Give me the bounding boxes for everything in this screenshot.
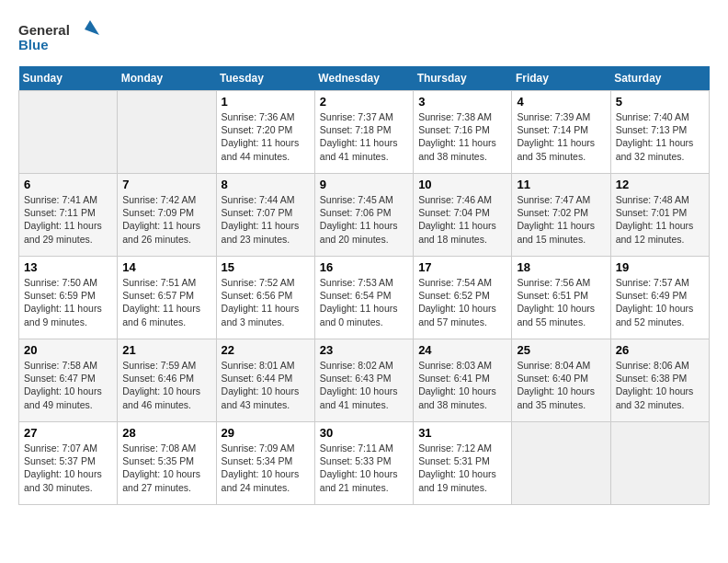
day-info: Sunrise: 7:08 AM Sunset: 5:35 PM Dayligh… [122, 442, 210, 494]
day-info: Sunrise: 8:01 AM Sunset: 6:44 PM Dayligh… [222, 359, 310, 411]
calendar-week-row: 1Sunrise: 7:36 AM Sunset: 7:20 PM Daylig… [19, 91, 710, 174]
day-info: Sunrise: 7:12 AM Sunset: 5:31 PM Dayligh… [418, 442, 506, 494]
day-number: 20 [24, 343, 112, 357]
calendar-cell: 27Sunrise: 7:07 AM Sunset: 5:37 PM Dayli… [19, 422, 118, 505]
calendar-cell: 12Sunrise: 7:48 AM Sunset: 7:01 PM Dayli… [610, 174, 709, 257]
calendar-cell: 13Sunrise: 7:50 AM Sunset: 6:59 PM Dayli… [19, 257, 118, 339]
calendar-cell: 30Sunrise: 7:11 AM Sunset: 5:33 PM Dayli… [314, 422, 413, 505]
weekday-header: Tuesday [216, 66, 314, 91]
calendar-cell: 15Sunrise: 7:52 AM Sunset: 6:56 PM Dayli… [216, 257, 314, 339]
day-info: Sunrise: 7:54 AM Sunset: 6:52 PM Dayligh… [418, 276, 506, 328]
weekday-header: Thursday [414, 66, 512, 91]
day-info: Sunrise: 7:45 AM Sunset: 7:06 PM Dayligh… [320, 193, 408, 246]
calendar-cell: 18Sunrise: 7:56 AM Sunset: 6:51 PM Dayli… [512, 257, 610, 339]
day-info: Sunrise: 7:44 AM Sunset: 7:07 PM Dayligh… [222, 193, 310, 246]
day-number: 23 [320, 343, 408, 357]
day-info: Sunrise: 7:11 AM Sunset: 5:33 PM Dayligh… [320, 442, 408, 494]
svg-text:Blue: Blue [18, 37, 49, 52]
day-number: 10 [418, 178, 506, 191]
calendar-header-row: SundayMondayTuesdayWednesdayThursdayFrid… [19, 66, 710, 91]
calendar-cell: 19Sunrise: 7:57 AM Sunset: 6:49 PM Dayli… [610, 257, 709, 339]
day-info: Sunrise: 8:03 AM Sunset: 6:41 PM Dayligh… [418, 359, 506, 411]
day-info: Sunrise: 7:37 AM Sunset: 7:18 PM Dayligh… [320, 110, 408, 163]
calendar-cell: 6Sunrise: 7:41 AM Sunset: 7:11 PM Daylig… [19, 174, 118, 257]
day-number: 14 [122, 260, 210, 274]
day-number: 17 [418, 260, 506, 274]
calendar-cell: 29Sunrise: 7:09 AM Sunset: 5:34 PM Dayli… [216, 422, 314, 505]
day-info: Sunrise: 7:51 AM Sunset: 6:57 PM Dayligh… [122, 276, 210, 328]
weekday-header: Saturday [610, 66, 709, 91]
logo-svg: General Blue [18, 18, 101, 57]
day-number: 30 [320, 426, 408, 440]
day-info: Sunrise: 7:57 AM Sunset: 6:49 PM Dayligh… [616, 276, 704, 328]
logo: General Blue [18, 18, 101, 57]
day-number: 8 [222, 178, 310, 191]
calendar-cell: 16Sunrise: 7:53 AM Sunset: 6:54 PM Dayli… [314, 257, 413, 339]
day-info: Sunrise: 8:02 AM Sunset: 6:43 PM Dayligh… [320, 359, 408, 411]
day-number: 15 [222, 260, 310, 274]
day-info: Sunrise: 7:39 AM Sunset: 7:14 PM Dayligh… [517, 110, 605, 163]
calendar-cell: 28Sunrise: 7:08 AM Sunset: 5:35 PM Dayli… [118, 422, 216, 505]
calendar-week-row: 6Sunrise: 7:41 AM Sunset: 7:11 PM Daylig… [19, 174, 710, 257]
calendar-cell: 8Sunrise: 7:44 AM Sunset: 7:07 PM Daylig… [216, 174, 314, 257]
day-number: 7 [122, 178, 210, 191]
day-number: 21 [122, 343, 210, 357]
day-number: 27 [24, 426, 112, 440]
calendar-cell: 31Sunrise: 7:12 AM Sunset: 5:31 PM Dayli… [414, 422, 512, 505]
calendar-cell: 11Sunrise: 7:47 AM Sunset: 7:02 PM Dayli… [512, 174, 610, 257]
day-number: 28 [122, 426, 210, 440]
calendar-cell: 2Sunrise: 7:37 AM Sunset: 7:18 PM Daylig… [314, 91, 413, 174]
day-info: Sunrise: 7:50 AM Sunset: 6:59 PM Dayligh… [24, 276, 112, 328]
calendar-cell: 20Sunrise: 7:58 AM Sunset: 6:47 PM Dayli… [19, 339, 118, 422]
calendar-table: SundayMondayTuesdayWednesdayThursdayFrid… [18, 66, 710, 505]
day-info: Sunrise: 7:56 AM Sunset: 6:51 PM Dayligh… [517, 276, 605, 328]
calendar-cell: 26Sunrise: 8:06 AM Sunset: 6:38 PM Dayli… [610, 339, 709, 422]
page-header: General Blue [18, 18, 710, 57]
calendar-cell: 3Sunrise: 7:38 AM Sunset: 7:16 PM Daylig… [414, 91, 512, 174]
weekday-header: Sunday [19, 66, 118, 91]
day-number: 19 [616, 260, 704, 274]
day-number: 3 [418, 95, 506, 109]
day-info: Sunrise: 7:42 AM Sunset: 7:09 PM Dayligh… [122, 193, 210, 246]
day-info: Sunrise: 7:07 AM Sunset: 5:37 PM Dayligh… [24, 442, 112, 494]
day-number: 11 [517, 178, 605, 191]
day-number: 4 [517, 95, 605, 109]
day-info: Sunrise: 7:09 AM Sunset: 5:34 PM Dayligh… [222, 442, 310, 494]
calendar-cell: 4Sunrise: 7:39 AM Sunset: 7:14 PM Daylig… [512, 91, 610, 174]
day-number: 22 [222, 343, 310, 357]
calendar-cell: 25Sunrise: 8:04 AM Sunset: 6:40 PM Dayli… [512, 339, 610, 422]
calendar-cell [512, 422, 610, 505]
calendar-week-row: 27Sunrise: 7:07 AM Sunset: 5:37 PM Dayli… [19, 422, 710, 505]
calendar-week-row: 20Sunrise: 7:58 AM Sunset: 6:47 PM Dayli… [19, 339, 710, 422]
calendar-week-row: 13Sunrise: 7:50 AM Sunset: 6:59 PM Dayli… [19, 257, 710, 339]
day-info: Sunrise: 8:06 AM Sunset: 6:38 PM Dayligh… [616, 359, 704, 411]
day-number: 12 [616, 178, 704, 191]
weekday-header: Monday [118, 66, 216, 91]
calendar-cell: 24Sunrise: 8:03 AM Sunset: 6:41 PM Dayli… [414, 339, 512, 422]
calendar-cell: 10Sunrise: 7:46 AM Sunset: 7:04 PM Dayli… [414, 174, 512, 257]
day-number: 9 [320, 178, 408, 191]
day-number: 1 [222, 95, 310, 109]
day-info: Sunrise: 7:41 AM Sunset: 7:11 PM Dayligh… [24, 193, 112, 246]
day-number: 24 [418, 343, 506, 357]
calendar-cell: 17Sunrise: 7:54 AM Sunset: 6:52 PM Dayli… [414, 257, 512, 339]
day-number: 5 [616, 95, 704, 109]
day-info: Sunrise: 7:38 AM Sunset: 7:16 PM Dayligh… [418, 110, 506, 163]
day-number: 25 [517, 343, 605, 357]
day-number: 29 [222, 426, 310, 440]
day-number: 6 [24, 178, 112, 191]
day-info: Sunrise: 7:59 AM Sunset: 6:46 PM Dayligh… [122, 359, 210, 411]
day-info: Sunrise: 7:58 AM Sunset: 6:47 PM Dayligh… [24, 359, 112, 411]
day-number: 26 [616, 343, 704, 357]
day-info: Sunrise: 7:36 AM Sunset: 7:20 PM Dayligh… [222, 110, 310, 163]
calendar-cell: 14Sunrise: 7:51 AM Sunset: 6:57 PM Dayli… [118, 257, 216, 339]
day-info: Sunrise: 7:52 AM Sunset: 6:56 PM Dayligh… [222, 276, 310, 328]
calendar-cell [610, 422, 709, 505]
weekday-header: Wednesday [314, 66, 413, 91]
day-info: Sunrise: 7:53 AM Sunset: 6:54 PM Dayligh… [320, 276, 408, 328]
day-info: Sunrise: 7:48 AM Sunset: 7:01 PM Dayligh… [616, 193, 704, 246]
calendar-cell: 21Sunrise: 7:59 AM Sunset: 6:46 PM Dayli… [118, 339, 216, 422]
weekday-header: Friday [512, 66, 610, 91]
calendar-cell: 9Sunrise: 7:45 AM Sunset: 7:06 PM Daylig… [314, 174, 413, 257]
day-info: Sunrise: 7:40 AM Sunset: 7:13 PM Dayligh… [616, 110, 704, 163]
